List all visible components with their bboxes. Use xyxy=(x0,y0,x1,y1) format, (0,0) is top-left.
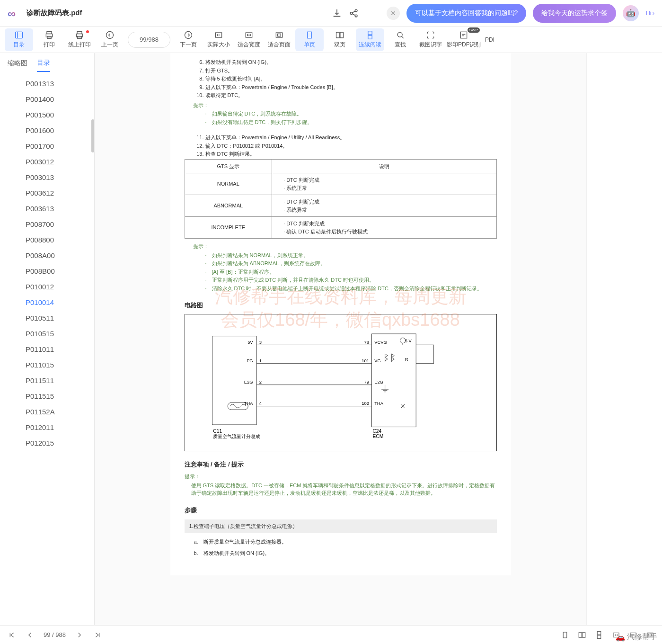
svg-text:5 V: 5 V xyxy=(405,338,412,343)
pdf-more-button[interactable]: PDI xyxy=(483,28,497,51)
right-panel xyxy=(586,53,662,625)
continuous-button[interactable]: 连续阅读 xyxy=(356,28,384,51)
toc-item[interactable]: P003612 xyxy=(0,185,94,201)
toc-item[interactable]: P003012 xyxy=(0,154,94,170)
prev-page-icon[interactable] xyxy=(26,631,34,639)
fit-page-button[interactable]: 适合页面 xyxy=(265,28,293,51)
print-button[interactable]: 打印 xyxy=(35,28,63,51)
svg-rect-57 xyxy=(563,632,567,638)
gts-table: GTS 显示 说明 NORMALDTC 判断完成系统正常ABNORMALDTC … xyxy=(185,159,497,239)
svg-text:THA: THA xyxy=(244,401,253,405)
scrollbar-thumb[interactable] xyxy=(91,119,94,152)
toc-item[interactable]: P01152A xyxy=(0,404,94,420)
ai-avatar-icon[interactable]: 🤖 xyxy=(623,5,639,21)
list-item: 打开 GTS。 xyxy=(205,67,497,75)
download-icon[interactable] xyxy=(332,8,342,18)
toc-item[interactable]: P010511 xyxy=(0,310,94,326)
svg-text:THA: THA xyxy=(374,401,383,405)
toc-item[interactable]: P011515 xyxy=(0,388,94,404)
actual-size-button[interactable]: 实际大小 xyxy=(204,28,233,51)
toc-item[interactable]: P001313 xyxy=(0,76,94,91)
svg-rect-9 xyxy=(78,36,81,39)
find-button[interactable]: 查找 xyxy=(386,28,415,51)
svg-text:5V: 5V xyxy=(247,340,253,344)
svg-point-10 xyxy=(106,32,114,39)
hint-item: 如果输出待定 DTC，则系统存在故障。 xyxy=(207,110,497,118)
share-icon[interactable] xyxy=(349,8,359,18)
online-print-button[interactable]: 线上打印 xyxy=(65,28,94,51)
pdf-ocr-button[interactable]: SWP 影印PDF识别 xyxy=(447,28,481,51)
hint-item: 正常判断程序用于完成 DTC 判断，并且在清除永久 DTC 时也可使用。 xyxy=(207,276,497,284)
svg-rect-61 xyxy=(597,635,601,638)
hi-button[interactable]: Hi› xyxy=(645,9,654,17)
next-page-button[interactable]: 下一页 xyxy=(174,28,203,51)
toc-item[interactable]: P001500 xyxy=(0,107,94,123)
table-row: NORMALDTC 判断完成系统正常 xyxy=(185,173,496,195)
step-a: a.断开质量空气流量计分总成连接器。 xyxy=(194,538,497,546)
svg-text:79: 79 xyxy=(364,379,369,384)
section-heading-steps: 步骤 xyxy=(185,506,497,515)
svg-text:E2G: E2G xyxy=(374,379,383,384)
single-page-button[interactable]: 单页 xyxy=(295,28,324,51)
toc-button[interactable]: 目录 xyxy=(5,28,33,51)
circuit-diagram: 5V 3 78 VCVG5 V FG 1 101 VGR E2G 2 79 E2… xyxy=(185,314,497,451)
toc-item[interactable]: P003013 xyxy=(0,170,94,185)
view-single-icon[interactable] xyxy=(561,631,569,639)
toc-list[interactable]: P001313P001400P001500P001600P001700P0030… xyxy=(0,74,94,625)
fit-width-button[interactable]: 适合宽度 xyxy=(235,28,263,51)
svg-text:4: 4 xyxy=(259,401,261,405)
toc-item[interactable]: P012011 xyxy=(0,420,94,435)
toc-item[interactable]: P011015 xyxy=(0,357,94,373)
toc-item[interactable]: P008B00 xyxy=(0,263,94,279)
next-page-icon[interactable] xyxy=(75,631,84,639)
footer-bar: 99 / 988 1:1 xyxy=(0,625,662,644)
ai-suggestion-fortune[interactable]: 给我今天的运势求个签 xyxy=(533,4,616,23)
double-page-button[interactable]: 双页 xyxy=(326,28,354,51)
hint-label: 提示： xyxy=(193,101,497,109)
toc-item[interactable]: P008A00 xyxy=(0,248,94,263)
hint-item: 如果判断结果为 ABNORMAL，则系统存在故障。 xyxy=(207,259,497,268)
first-page-icon[interactable] xyxy=(8,631,16,639)
toc-item[interactable]: P011011 xyxy=(0,341,94,357)
view-double-icon[interactable] xyxy=(578,631,586,639)
toc-item[interactable]: P010515 xyxy=(0,326,94,341)
toc-item[interactable]: P001600 xyxy=(0,123,94,138)
tab-toc[interactable]: 目录 xyxy=(37,55,50,72)
last-page-icon[interactable] xyxy=(93,631,102,639)
toc-item[interactable]: P011511 xyxy=(0,373,94,388)
svg-text:102: 102 xyxy=(362,401,369,405)
step-title: 1.检查端子电压（质量空气流量计分总成电源） xyxy=(185,519,497,533)
svg-text:质量空气流量计分总成: 质量空气流量计分总成 xyxy=(213,434,260,439)
ai-suggestion-qa[interactable]: 可以基于文档内容回答我的问题吗? xyxy=(406,4,527,23)
page-indicator[interactable]: 99 / 988 xyxy=(128,32,170,48)
toolbar: 目录 打印 线上打印 上一页 99 / 988 下一页 实际大小 适合宽度 适合… xyxy=(0,27,662,53)
toc-item[interactable]: P001700 xyxy=(0,138,94,154)
svg-text:78: 78 xyxy=(364,340,369,344)
pdf-page: 将发动机开关转到 ON (IG)。打开 GTS。等待 5 秒或更长时间 [A]。… xyxy=(170,53,511,575)
list-item: 等待 5 秒或更长时间 [A]。 xyxy=(205,75,497,83)
table-row: ABNORMALDTC 判断完成系统异常 xyxy=(185,195,496,217)
baidu-logo-icon xyxy=(8,7,20,19)
toc-item[interactable]: P012015 xyxy=(0,435,94,451)
toc-item[interactable]: P010012 xyxy=(0,279,94,295)
toc-item[interactable]: P001400 xyxy=(0,91,94,107)
table-header: GTS 显示 xyxy=(185,159,272,173)
header-bar: 诊断故障码表.pdf ✕ 可以基于文档内容回答我的问题吗? 给我今天的运势求个签… xyxy=(0,0,662,27)
instruction-list-2: 进入以下菜单：Powertrain / Engine / Utility / A… xyxy=(205,134,497,158)
document-view[interactable]: 将发动机开关转到 ON (IG)。打开 GTS。等待 5 秒或更长时间 [A]。… xyxy=(95,53,586,625)
svg-rect-7 xyxy=(77,32,82,34)
toc-item[interactable]: P010014 xyxy=(0,295,94,310)
toc-item[interactable]: P008800 xyxy=(0,232,94,248)
toc-item[interactable]: P008700 xyxy=(0,216,94,232)
brand-watermark: 🚗 汽修帮手 xyxy=(616,632,657,642)
tab-thumbnails[interactable]: 缩略图 xyxy=(8,55,27,72)
prev-page-button[interactable]: 上一页 xyxy=(96,28,124,51)
close-icon[interactable]: ✕ xyxy=(387,7,400,20)
svg-text:ECM: ECM xyxy=(372,434,383,439)
section-heading-notes: 注意事项 / 备注 / 提示 xyxy=(185,460,497,469)
list-item: 进入以下菜单：Powertrain / Engine / Trouble Cod… xyxy=(205,83,497,91)
svg-text:C11: C11 xyxy=(213,428,222,433)
view-continuous-icon[interactable] xyxy=(595,631,603,639)
screenshot-ocr-button[interactable]: 截图识字 xyxy=(416,28,445,51)
toc-item[interactable]: P003613 xyxy=(0,201,94,216)
